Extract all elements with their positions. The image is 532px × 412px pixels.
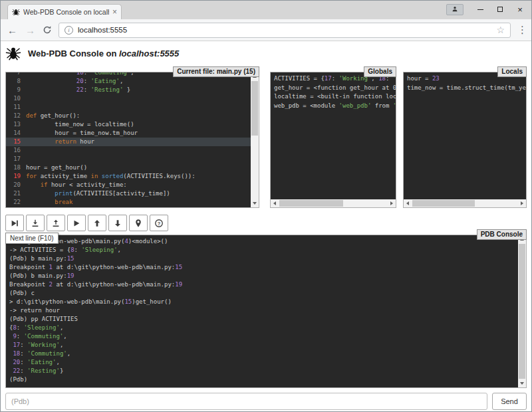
send-button[interactable]: Send bbox=[492, 393, 527, 410]
down-arrow-icon bbox=[113, 219, 122, 228]
return-icon bbox=[51, 219, 61, 228]
line-number[interactable]: 8 bbox=[6, 77, 26, 86]
line-number[interactable]: 7 bbox=[6, 72, 26, 77]
line-number[interactable]: 13 bbox=[6, 120, 26, 129]
maximize-button[interactable] bbox=[490, 2, 510, 17]
code-line: -> return hour bbox=[9, 306, 518, 315]
browser-toolbar: ← → i localhost:5555 ☆ ⋮ bbox=[1, 19, 531, 41]
page-title: Web-PDB Console on localhost:5555 bbox=[28, 49, 179, 58]
step-into-button[interactable] bbox=[26, 215, 45, 231]
code-line: Breakpoint 1 at d:\git\python-web-pdb\ma… bbox=[9, 263, 518, 272]
locals-horizontal-scrollbar[interactable] bbox=[404, 199, 526, 207]
globals-scroll-thumb[interactable] bbox=[279, 200, 343, 207]
code-line: web_pdb = <module 'web_pdb' from ' bbox=[274, 102, 396, 111]
code-line: > d:\git\python-web-pdb\main.py(4)<modul… bbox=[9, 237, 518, 246]
line-number[interactable]: 9 bbox=[6, 86, 26, 94]
line-number[interactable]: 11 bbox=[6, 103, 26, 112]
browser-window: Web-PDB Console on localhost:5555 × × ← … bbox=[0, 0, 532, 412]
forward-icon[interactable]: → bbox=[25, 25, 36, 35]
locals-scroll-thumb[interactable] bbox=[412, 200, 475, 207]
locals-panel: Locals hour = 23time_now = time.struct_t… bbox=[403, 72, 527, 208]
code-line: 15 return hour bbox=[6, 138, 251, 146]
url-text[interactable]: localhost:5555 bbox=[78, 26, 491, 34]
current-file-label: Current file: main.py (15) bbox=[173, 66, 259, 77]
debug-toolbar: ? Next line (F10) bbox=[5, 215, 527, 232]
next-line-button[interactable] bbox=[5, 215, 24, 231]
locals-label: Locals bbox=[497, 66, 527, 77]
globals-horizontal-scrollbar[interactable] bbox=[271, 199, 396, 207]
address-bar[interactable]: i localhost:5555 ☆ bbox=[59, 23, 511, 38]
up-button[interactable] bbox=[88, 215, 106, 231]
maximize-icon bbox=[497, 7, 503, 12]
top-panels: Current file: main.py (15) 7 18: 'Commut… bbox=[5, 72, 527, 208]
info-icon[interactable]: i bbox=[65, 26, 73, 35]
bug-favicon-icon bbox=[12, 8, 20, 16]
scroll-right-icon[interactable] bbox=[518, 199, 526, 207]
globals-label: Globals bbox=[364, 66, 396, 77]
code-line: 22 break bbox=[6, 198, 251, 207]
console-scroll-thumb[interactable] bbox=[519, 244, 525, 379]
help-button[interactable]: ? bbox=[150, 215, 168, 231]
code-line: > d:\git\python-web-pdb\main.py(15)get_h… bbox=[9, 298, 518, 306]
code-line: 12def get_hour(): bbox=[6, 112, 251, 120]
next-line-tooltip: Next line (F10) bbox=[5, 233, 59, 244]
scroll-left-icon[interactable] bbox=[271, 199, 279, 207]
code-line: 11 bbox=[6, 103, 251, 112]
code-line: 17 bbox=[6, 155, 251, 163]
line-number[interactable]: 20 bbox=[6, 181, 26, 189]
refresh-icon[interactable] bbox=[43, 25, 52, 35]
scroll-left-icon[interactable] bbox=[404, 199, 412, 207]
current-file-panel: Current file: main.py (15) 7 18: 'Commut… bbox=[5, 72, 259, 208]
code-line: 18: 'Commuting', bbox=[9, 350, 518, 358]
profile-button[interactable] bbox=[446, 4, 464, 15]
code-line: 13 time_now = localtime() bbox=[6, 120, 251, 129]
bookmark-star-icon[interactable]: ☆ bbox=[496, 25, 505, 35]
tab-close-icon[interactable]: × bbox=[112, 9, 117, 15]
scroll-right-icon[interactable] bbox=[388, 199, 396, 207]
code-line: 18hour = get_hour() bbox=[6, 163, 251, 172]
code-line: localtime = <built-in function loc bbox=[274, 92, 396, 102]
continue-button[interactable] bbox=[67, 215, 86, 231]
code-line: 9 22: 'Resting' } bbox=[6, 86, 251, 94]
down-button[interactable] bbox=[108, 215, 127, 231]
minimize-button[interactable] bbox=[470, 2, 490, 17]
scroll-down-icon[interactable] bbox=[518, 379, 526, 387]
pdb-console-output: > d:\git\python-web-pdb\main.py(4)<modul… bbox=[6, 235, 518, 387]
svg-text:?: ? bbox=[158, 220, 161, 226]
scroll-down-icon[interactable] bbox=[251, 199, 259, 207]
code-line: 20: 'Eating', bbox=[9, 358, 518, 367]
line-number[interactable]: 10 bbox=[6, 94, 26, 103]
globals-panel: Globals ACTIVITIES = {17: 'Working', 18:… bbox=[270, 72, 396, 208]
code-line: (Pdb) bbox=[9, 375, 518, 384]
page-title-prefix: Web-PDB Console on bbox=[28, 49, 119, 58]
current-line-button[interactable] bbox=[129, 215, 148, 231]
line-number[interactable]: 17 bbox=[6, 155, 26, 163]
browser-tab[interactable]: Web-PDB Console on localhost:5555 × bbox=[7, 4, 122, 19]
code-line: (Pdb) b main.py:15 bbox=[9, 255, 518, 263]
line-number[interactable]: 18 bbox=[6, 163, 26, 172]
editor-scroll-thumb[interactable] bbox=[251, 81, 258, 136]
person-icon bbox=[452, 3, 458, 15]
code-editor[interactable]: 7 18: 'Commuting',8 20: 'Eating',9 22: '… bbox=[6, 72, 251, 207]
browser-menu-icon[interactable]: ⋮ bbox=[517, 24, 525, 36]
code-line: -> ACTIVITIES = {8: 'Sleeping', bbox=[9, 246, 518, 255]
line-number[interactable]: 22 bbox=[6, 198, 26, 207]
breakpoint-line-number[interactable]: 15 bbox=[6, 138, 26, 146]
code-line: Breakpoint 2 at d:\git\python-web-pdb\ma… bbox=[9, 280, 518, 289]
return-button[interactable] bbox=[47, 215, 65, 231]
breakpoint-line-number[interactable]: 19 bbox=[6, 172, 26, 181]
line-number[interactable]: 14 bbox=[6, 129, 26, 138]
close-window-button[interactable]: × bbox=[510, 2, 530, 17]
editor-vertical-scrollbar[interactable] bbox=[251, 72, 259, 207]
code-line: (Pdb) pp ACTIVITIES bbox=[9, 315, 518, 324]
back-icon[interactable]: ← bbox=[7, 25, 18, 35]
pdb-command-input[interactable] bbox=[5, 393, 487, 410]
next-line-icon bbox=[10, 219, 19, 228]
command-row: Send bbox=[5, 393, 527, 410]
line-number[interactable]: 21 bbox=[6, 189, 26, 198]
line-number[interactable]: 12 bbox=[6, 112, 26, 120]
console-vertical-scrollbar[interactable] bbox=[518, 235, 526, 387]
web-pdb-page: Web-PDB Console on localhost:5555 Curren… bbox=[1, 41, 531, 411]
line-number[interactable]: 16 bbox=[6, 146, 26, 155]
code-line: 17: 'Working', bbox=[9, 341, 518, 350]
